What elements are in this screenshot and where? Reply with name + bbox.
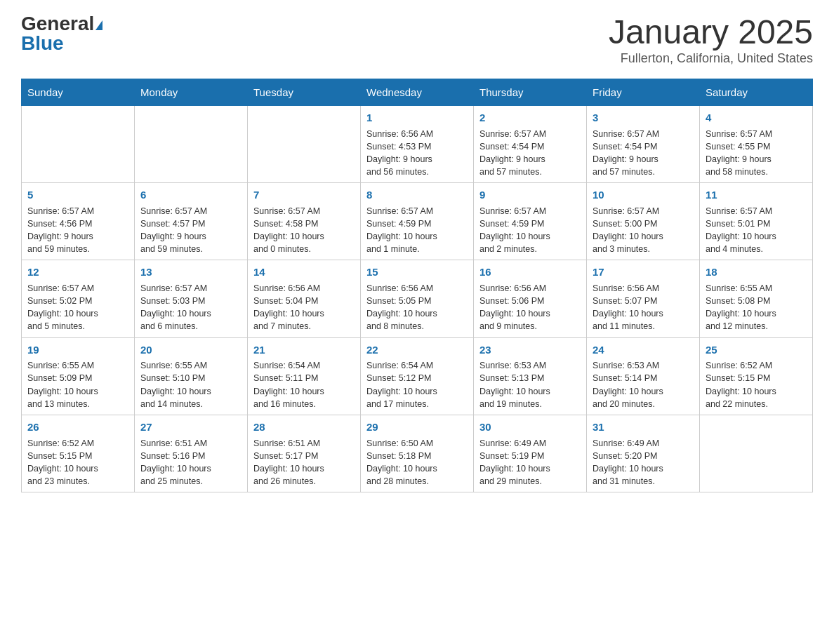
day-number: 19 xyxy=(27,342,128,358)
day-number: 12 xyxy=(27,264,128,280)
calendar-cell: 4Sunrise: 6:57 AMSunset: 4:55 PMDaylight… xyxy=(700,105,813,182)
weekday-header-wednesday: Wednesday xyxy=(361,79,474,105)
location-text: Fullerton, California, United States xyxy=(609,51,813,66)
calendar-cell: 1Sunrise: 6:56 AMSunset: 4:53 PMDaylight… xyxy=(361,105,474,182)
calendar-cell: 8Sunrise: 6:57 AMSunset: 4:59 PMDaylight… xyxy=(361,183,474,260)
day-number: 3 xyxy=(593,110,694,126)
day-number: 31 xyxy=(593,420,694,435)
calendar-week-4: 19Sunrise: 6:55 AMSunset: 5:09 PMDayligh… xyxy=(22,337,813,415)
day-info: Sunrise: 6:57 AMSunset: 4:56 PMDaylight:… xyxy=(27,205,128,256)
day-number: 13 xyxy=(140,264,241,280)
calendar-cell: 20Sunrise: 6:55 AMSunset: 5:10 PMDayligh… xyxy=(135,337,248,415)
day-number: 15 xyxy=(366,264,468,280)
day-info: Sunrise: 6:57 AMSunset: 4:54 PMDaylight:… xyxy=(593,128,694,179)
calendar-cell: 26Sunrise: 6:52 AMSunset: 5:15 PMDayligh… xyxy=(22,415,135,492)
day-info: Sunrise: 6:57 AMSunset: 4:59 PMDaylight:… xyxy=(366,205,468,256)
day-number: 29 xyxy=(366,420,468,435)
calendar-week-5: 26Sunrise: 6:52 AMSunset: 5:15 PMDayligh… xyxy=(22,415,813,492)
day-number: 21 xyxy=(253,342,355,358)
calendar-cell: 22Sunrise: 6:54 AMSunset: 5:12 PMDayligh… xyxy=(361,337,474,415)
day-number: 23 xyxy=(479,342,581,358)
weekday-header-saturday: Saturday xyxy=(700,79,813,105)
day-number: 5 xyxy=(27,187,128,203)
calendar-cell: 14Sunrise: 6:56 AMSunset: 5:04 PMDayligh… xyxy=(248,260,361,337)
day-info: Sunrise: 6:57 AMSunset: 4:59 PMDaylight:… xyxy=(479,205,581,256)
day-number: 9 xyxy=(479,187,581,203)
day-info: Sunrise: 6:57 AMSunset: 4:55 PMDaylight:… xyxy=(706,128,807,179)
day-number: 16 xyxy=(479,264,581,280)
calendar-cell: 19Sunrise: 6:55 AMSunset: 5:09 PMDayligh… xyxy=(22,337,135,415)
calendar-cell: 12Sunrise: 6:57 AMSunset: 5:02 PMDayligh… xyxy=(22,260,135,337)
title-block: January 2025 Fullerton, California, Unit… xyxy=(609,14,813,66)
calendar-cell: 15Sunrise: 6:56 AMSunset: 5:05 PMDayligh… xyxy=(361,260,474,337)
calendar-cell: 7Sunrise: 6:57 AMSunset: 4:58 PMDaylight… xyxy=(248,183,361,260)
logo-general-text: General xyxy=(21,13,94,34)
weekday-header-sunday: Sunday xyxy=(22,79,135,105)
calendar-cell: 13Sunrise: 6:57 AMSunset: 5:03 PMDayligh… xyxy=(135,260,248,337)
calendar-cell xyxy=(700,415,813,492)
weekday-header-row: SundayMondayTuesdayWednesdayThursdayFrid… xyxy=(22,79,813,105)
day-info: Sunrise: 6:57 AMSunset: 4:57 PMDaylight:… xyxy=(140,205,241,256)
day-info: Sunrise: 6:57 AMSunset: 4:54 PMDaylight:… xyxy=(479,128,581,179)
logo: General Blue xyxy=(21,14,102,53)
calendar-cell xyxy=(248,105,361,182)
day-number: 27 xyxy=(140,420,241,435)
calendar-cell: 21Sunrise: 6:54 AMSunset: 5:11 PMDayligh… xyxy=(248,337,361,415)
calendar-cell: 23Sunrise: 6:53 AMSunset: 5:13 PMDayligh… xyxy=(474,337,587,415)
day-info: Sunrise: 6:55 AMSunset: 5:08 PMDaylight:… xyxy=(706,282,807,333)
day-number: 6 xyxy=(140,187,241,203)
day-number: 1 xyxy=(366,110,468,126)
month-title: January 2025 xyxy=(609,14,813,51)
day-info: Sunrise: 6:56 AMSunset: 5:07 PMDaylight:… xyxy=(593,282,694,333)
calendar-cell: 24Sunrise: 6:53 AMSunset: 5:14 PMDayligh… xyxy=(587,337,700,415)
calendar-week-3: 12Sunrise: 6:57 AMSunset: 5:02 PMDayligh… xyxy=(22,260,813,337)
day-number: 18 xyxy=(706,264,807,280)
day-info: Sunrise: 6:57 AMSunset: 5:02 PMDaylight:… xyxy=(27,282,128,333)
day-number: 8 xyxy=(366,187,468,203)
day-number: 2 xyxy=(479,110,581,126)
day-info: Sunrise: 6:57 AMSunset: 5:03 PMDaylight:… xyxy=(140,282,241,333)
logo-blue-text: Blue xyxy=(21,32,64,54)
calendar-table: SundayMondayTuesdayWednesdayThursdayFrid… xyxy=(21,79,813,492)
day-number: 20 xyxy=(140,342,241,358)
day-info: Sunrise: 6:56 AMSunset: 4:53 PMDaylight:… xyxy=(366,128,468,179)
day-info: Sunrise: 6:50 AMSunset: 5:18 PMDaylight:… xyxy=(366,437,468,488)
weekday-header-thursday: Thursday xyxy=(474,79,587,105)
page-header: General Blue January 2025 Fullerton, Cal… xyxy=(21,14,813,66)
day-info: Sunrise: 6:52 AMSunset: 5:15 PMDaylight:… xyxy=(27,437,128,488)
day-info: Sunrise: 6:49 AMSunset: 5:19 PMDaylight:… xyxy=(479,437,581,488)
calendar-cell: 18Sunrise: 6:55 AMSunset: 5:08 PMDayligh… xyxy=(700,260,813,337)
day-info: Sunrise: 6:53 AMSunset: 5:14 PMDaylight:… xyxy=(593,359,694,410)
calendar-cell: 29Sunrise: 6:50 AMSunset: 5:18 PMDayligh… xyxy=(361,415,474,492)
weekday-header-friday: Friday xyxy=(587,79,700,105)
calendar-cell: 3Sunrise: 6:57 AMSunset: 4:54 PMDaylight… xyxy=(587,105,700,182)
day-info: Sunrise: 6:56 AMSunset: 5:04 PMDaylight:… xyxy=(253,282,355,333)
calendar-cell xyxy=(135,105,248,182)
day-info: Sunrise: 6:54 AMSunset: 5:11 PMDaylight:… xyxy=(253,359,355,410)
day-number: 17 xyxy=(593,264,694,280)
day-info: Sunrise: 6:57 AMSunset: 4:58 PMDaylight:… xyxy=(253,205,355,256)
calendar-cell: 5Sunrise: 6:57 AMSunset: 4:56 PMDaylight… xyxy=(22,183,135,260)
day-number: 7 xyxy=(253,187,355,203)
calendar-cell: 17Sunrise: 6:56 AMSunset: 5:07 PMDayligh… xyxy=(587,260,700,337)
day-number: 11 xyxy=(706,187,807,203)
day-number: 24 xyxy=(593,342,694,358)
logo-triangle-icon xyxy=(95,20,102,30)
calendar-cell: 28Sunrise: 6:51 AMSunset: 5:17 PMDayligh… xyxy=(248,415,361,492)
calendar-cell: 6Sunrise: 6:57 AMSunset: 4:57 PMDaylight… xyxy=(135,183,248,260)
calendar-cell: 10Sunrise: 6:57 AMSunset: 5:00 PMDayligh… xyxy=(587,183,700,260)
weekday-header-tuesday: Tuesday xyxy=(248,79,361,105)
day-number: 26 xyxy=(27,420,128,435)
calendar-week-2: 5Sunrise: 6:57 AMSunset: 4:56 PMDaylight… xyxy=(22,183,813,260)
day-number: 25 xyxy=(706,342,807,358)
day-number: 4 xyxy=(706,110,807,126)
day-info: Sunrise: 6:56 AMSunset: 5:05 PMDaylight:… xyxy=(366,282,468,333)
day-info: Sunrise: 6:51 AMSunset: 5:16 PMDaylight:… xyxy=(140,437,241,488)
day-info: Sunrise: 6:53 AMSunset: 5:13 PMDaylight:… xyxy=(479,359,581,410)
calendar-cell: 31Sunrise: 6:49 AMSunset: 5:20 PMDayligh… xyxy=(587,415,700,492)
day-number: 14 xyxy=(253,264,355,280)
calendar-cell: 30Sunrise: 6:49 AMSunset: 5:19 PMDayligh… xyxy=(474,415,587,492)
day-number: 10 xyxy=(593,187,694,203)
day-info: Sunrise: 6:54 AMSunset: 5:12 PMDaylight:… xyxy=(366,359,468,410)
day-info: Sunrise: 6:57 AMSunset: 5:01 PMDaylight:… xyxy=(706,205,807,256)
